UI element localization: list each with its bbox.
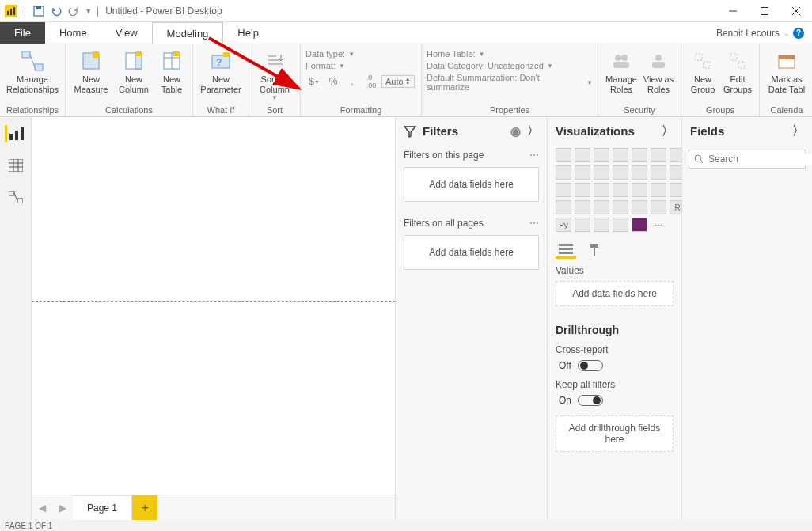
viz-area[interactable] (556, 165, 571, 180)
viz-clustered-bar[interactable] (594, 148, 609, 162)
viz-ribbon[interactable] (632, 165, 647, 180)
collapse-fields-icon[interactable]: 〉 (792, 123, 804, 138)
viz-waterfall[interactable] (651, 165, 666, 180)
viz-decomposition[interactable] (594, 218, 609, 232)
svg-point-31 (655, 55, 662, 61)
viz-key-influencers[interactable] (575, 218, 590, 232)
maximize-button[interactable] (749, 0, 780, 22)
username[interactable]: Benoit Lecours (716, 28, 780, 39)
add-page-button[interactable]: + (132, 495, 157, 521)
data-category-label[interactable]: Data Category: Uncategorized (427, 61, 544, 70)
percent-button[interactable]: % (324, 73, 342, 90)
new-measure-button[interactable]: New Measure (70, 47, 112, 96)
more-icon[interactable]: ⋯ (529, 218, 539, 229)
redo-icon[interactable] (66, 3, 82, 19)
viz-table[interactable] (632, 200, 647, 214)
model-view-button[interactable] (5, 188, 27, 206)
viz-line[interactable] (670, 148, 682, 162)
prev-page-button[interactable]: ◀ (33, 499, 51, 517)
cross-report-toggle[interactable] (578, 360, 603, 371)
viz-multi-card[interactable] (575, 200, 590, 214)
keep-filters-toggle[interactable] (578, 395, 603, 406)
viz-slicer[interactable] (613, 200, 628, 214)
viz-matrix[interactable] (651, 200, 666, 214)
manage-roles-button[interactable]: Manage Roles (603, 47, 639, 96)
undo-icon[interactable] (48, 3, 64, 19)
minimize-button[interactable] (717, 0, 749, 22)
collapse-filters-icon[interactable]: 〉 (527, 123, 539, 138)
collapse-viz-icon[interactable]: 〉 (662, 123, 674, 138)
viz-stacked-bar[interactable] (556, 148, 571, 162)
drillthrough-label: Drillthrough (548, 317, 681, 339)
search-input[interactable] (708, 154, 812, 165)
help-icon[interactable]: ? (793, 28, 804, 39)
sort-by-column-button[interactable]: Sort by Column▼ (254, 47, 295, 103)
drillthrough-dropzone[interactable]: Add drillthrough fields here (556, 415, 674, 452)
page-tab-1[interactable]: Page 1 (73, 495, 132, 521)
values-dropzone[interactable]: Add data fields here (556, 281, 674, 306)
data-type-label[interactable]: Data type: (305, 49, 345, 59)
qat-dropdown[interactable]: ▼ (85, 7, 92, 15)
summarization-label[interactable]: Default Summarization: Don't summarize (427, 73, 583, 92)
format-label[interactable]: Format: (305, 61, 336, 70)
filters-all-dropzone[interactable]: Add data fields here (404, 235, 539, 270)
new-table-button[interactable]: New Table (156, 47, 188, 96)
format-tab[interactable] (584, 241, 605, 259)
report-view-button[interactable] (5, 125, 27, 142)
viz-gauge[interactable] (670, 183, 682, 197)
viz-100-column[interactable] (651, 148, 666, 162)
viz-kpi[interactable] (594, 200, 609, 214)
svg-rect-41 (15, 131, 18, 140)
viz-more[interactable]: ⋯ (651, 218, 666, 232)
viz-stacked-column[interactable] (575, 148, 590, 162)
svg-rect-17 (135, 51, 142, 56)
close-button[interactable] (780, 0, 812, 22)
view-as-roles-button[interactable]: View as Roles (641, 47, 676, 96)
svg-rect-52 (559, 248, 573, 250)
menu-help[interactable]: Help (223, 22, 273, 44)
viz-powerapps[interactable] (632, 218, 647, 232)
fields-tab[interactable] (556, 241, 576, 259)
viz-scatter[interactable] (670, 165, 682, 180)
viz-clustered-column[interactable] (613, 148, 628, 162)
next-page-button[interactable]: ▶ (54, 499, 71, 517)
eye-icon[interactable]: ◉ (510, 124, 521, 138)
viz-line-clustered[interactable] (613, 165, 628, 180)
data-view-button[interactable] (5, 157, 27, 174)
decimal-button[interactable]: .0.00 (362, 73, 380, 90)
menu-home[interactable]: Home (45, 22, 101, 44)
viz-r[interactable]: R (670, 200, 682, 214)
viz-qa[interactable] (613, 218, 628, 232)
new-group-button[interactable]: New Group (686, 47, 719, 96)
viz-python[interactable]: Py (556, 218, 571, 232)
menu-view[interactable]: View (101, 22, 152, 44)
new-column-button[interactable]: New Column (113, 47, 154, 96)
viz-filled-map[interactable] (632, 183, 647, 197)
currency-button[interactable]: $ ▼ (305, 73, 323, 90)
svg-rect-34 (704, 62, 710, 68)
viz-donut[interactable] (575, 183, 590, 197)
viz-pie[interactable] (556, 183, 571, 197)
comma-button[interactable]: , (343, 73, 361, 90)
save-icon[interactable] (31, 3, 47, 19)
home-table-label[interactable]: Home Table: (427, 49, 476, 59)
manage-relationships-button[interactable]: Manage Relationships (5, 47, 60, 96)
viz-funnel[interactable] (651, 183, 666, 197)
fields-search[interactable] (689, 150, 806, 169)
edit-groups-button[interactable]: Edit Groups (721, 47, 754, 96)
new-parameter-button[interactable]: ?New Parameter (198, 47, 244, 96)
viz-100-bar[interactable] (632, 148, 647, 162)
menu-modeling[interactable]: Modeling (152, 22, 224, 44)
filters-page-dropzone[interactable]: Add data fields here (404, 167, 539, 202)
viz-map[interactable] (613, 183, 628, 197)
viz-stacked-area[interactable] (575, 165, 590, 180)
user-dropdown-icon[interactable]: ⌵ (784, 29, 788, 37)
viz-line-column[interactable] (594, 165, 609, 180)
more-icon[interactable]: ⋯ (529, 150, 539, 161)
report-canvas[interactable] (32, 117, 395, 495)
mark-date-table-button[interactable]: Mark as Date Tabl (765, 47, 809, 96)
viz-card[interactable] (556, 200, 571, 214)
menu-file[interactable]: File (0, 22, 45, 44)
viz-treemap[interactable] (594, 183, 609, 197)
auto-decimals[interactable]: Auto▲▼ (381, 75, 415, 88)
